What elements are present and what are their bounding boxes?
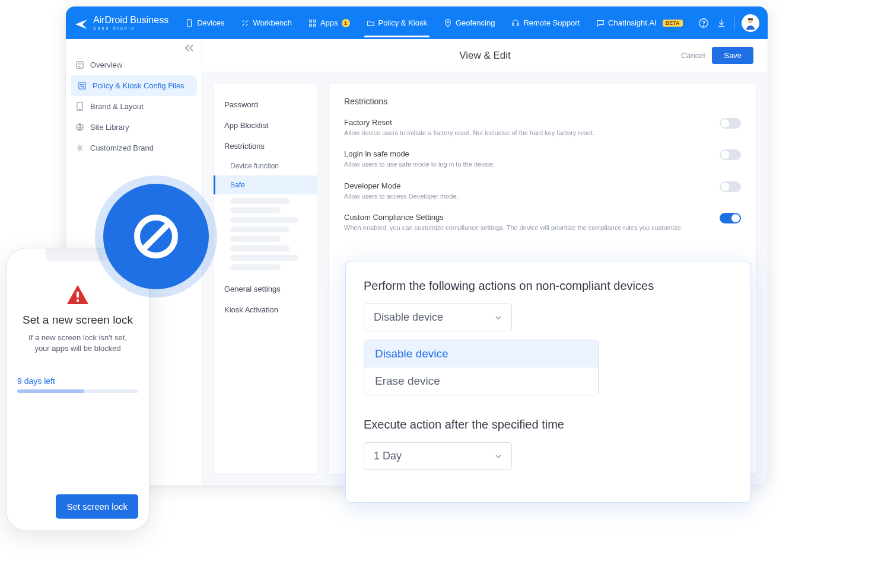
sidebar-item-brand-layout[interactable]: Brand & Layout	[66, 96, 202, 117]
chat-icon	[596, 19, 605, 27]
toggle-compliance[interactable]	[720, 213, 741, 223]
svg-rect-0	[187, 19, 192, 26]
layout-icon	[75, 102, 84, 111]
headset-icon	[511, 19, 520, 27]
nav-remote-label: Remote Support	[523, 18, 580, 27]
svg-line-23	[144, 224, 168, 249]
subnav-placeholder	[230, 236, 281, 242]
time-select-value: 1 Day	[374, 450, 402, 462]
help-icon[interactable]	[698, 18, 709, 28]
config-icon	[78, 81, 87, 90]
sidebar-item-overview[interactable]: Overview	[66, 55, 202, 75]
subnav-placeholder	[230, 217, 298, 223]
chevron-down-icon	[495, 314, 502, 321]
nav-geofencing[interactable]: Geofencing	[437, 8, 502, 37]
save-button[interactable]: Save	[712, 47, 753, 64]
set-screen-lock-button[interactable]: Set screen lock	[56, 494, 138, 519]
prohibit-icon	[132, 212, 180, 261]
sidebar-item-policy-files[interactable]: Policy & Kiosk Config Files	[71, 75, 197, 96]
nav-remote-support[interactable]: Remote Support	[504, 8, 587, 37]
nav-apps[interactable]: Apps 1	[301, 8, 357, 37]
svg-point-14	[81, 84, 82, 85]
svg-rect-2	[314, 20, 316, 22]
brand-subtitle: Sand Studio	[93, 26, 168, 30]
nav-apps-label: Apps	[320, 18, 338, 27]
chevron-down-icon	[495, 453, 502, 460]
subnav-placeholder	[230, 245, 290, 251]
subnav-restrictions[interactable]: Restrictions	[214, 136, 317, 156]
setting-desc: Allow users to access Developer mode.	[344, 192, 702, 201]
device-icon	[185, 19, 193, 27]
setting-desc: Allow users to use safe mode to log in t…	[344, 160, 702, 169]
apps-icon	[308, 19, 317, 27]
nav-devices-label: Devices	[197, 18, 224, 27]
app-header: AirDroid Business Sand Studio Devices Wo…	[66, 7, 768, 39]
toggle-safe-mode[interactable]	[720, 149, 741, 160]
time-select[interactable]: 1 Day	[364, 442, 512, 470]
phone-desc: If a new screen lock isn't set, your app…	[17, 333, 138, 354]
top-nav: Devices Workbench Apps 1 Policy & Kiosk …	[178, 8, 698, 37]
dropdown-option-disable[interactable]: Disable device	[364, 340, 598, 368]
sidebar-custom-brand-label: Customized Brand	[90, 143, 154, 152]
svg-rect-3	[310, 24, 312, 26]
sidebar-overview-label: Overview	[90, 60, 122, 69]
subnav-kiosk[interactable]: Kiosk Activation	[214, 299, 317, 320]
subnav-safe[interactable]: Safe	[214, 175, 317, 194]
subnav-device-function[interactable]: Device function	[214, 156, 317, 175]
nav-policy-kiosk[interactable]: Policy & Kiosk	[360, 8, 434, 37]
page-header: View & Edit Cancel Save	[202, 39, 768, 72]
sidebar-policy-files-label: Policy & Kiosk Config Files	[93, 81, 184, 90]
nav-devices[interactable]: Devices	[178, 8, 231, 37]
prohibit-badge	[103, 184, 209, 289]
apps-badge: 1	[342, 19, 350, 27]
cancel-button[interactable]: Cancel	[681, 51, 705, 60]
dropdown-option-erase[interactable]: Erase device	[364, 368, 598, 395]
toggle-factory-reset[interactable]	[720, 118, 741, 129]
sidebar-item-site-library[interactable]: Site Library	[66, 117, 202, 138]
toggle-developer-mode[interactable]	[720, 181, 741, 192]
page-actions: Cancel Save	[681, 47, 753, 64]
subnav-placeholder	[230, 198, 290, 204]
subnav-placeholder	[230, 255, 298, 261]
setting-title: Factory Reset	[344, 118, 702, 127]
download-icon[interactable]	[716, 18, 727, 28]
header-actions	[698, 14, 759, 32]
folder-icon	[367, 19, 375, 27]
setting-title: Custom Compliance Settings	[344, 213, 702, 222]
nav-policy-label: Policy & Kiosk	[378, 18, 427, 27]
nav-workbench[interactable]: Workbench	[234, 8, 299, 37]
setting-desc: Allow device users to initiate a factory…	[344, 129, 702, 138]
compliance-action-title: Perform the following actions on non-com…	[364, 279, 733, 293]
panel-title: Restrictions	[344, 97, 741, 106]
svg-rect-13	[79, 82, 85, 89]
subnav-password[interactable]: Password	[214, 94, 317, 115]
progress-bar	[17, 389, 138, 393]
brand[interactable]: AirDroid Business Sand Studio	[74, 15, 168, 30]
svg-rect-7	[517, 23, 519, 25]
phone-mockup: Set a new screen lock If a new screen lo…	[6, 248, 149, 531]
collapse-sidebar-button[interactable]	[184, 44, 195, 55]
nav-workbench-label: Workbench	[253, 18, 292, 27]
action-dropdown: Disable device Erase device	[364, 340, 599, 395]
subnav-general[interactable]: General settings	[214, 279, 317, 299]
subnav-blocklist[interactable]: App Blocklist	[214, 115, 317, 136]
svg-point-15	[82, 86, 84, 87]
user-avatar[interactable]	[742, 14, 759, 32]
nav-chatinsight[interactable]: ChatInsight.AI BETA	[589, 8, 690, 37]
progress-fill	[17, 389, 84, 393]
setting-compliance: Custom Compliance Settings When enabled,…	[344, 213, 741, 232]
subnav-placeholder	[230, 226, 290, 232]
nav-chat-label: ChatInsight.AI	[608, 18, 657, 27]
svg-rect-6	[513, 23, 514, 25]
setting-title: Developer Mode	[344, 181, 702, 190]
svg-rect-4	[314, 24, 316, 26]
brand-logo-icon	[74, 16, 88, 30]
brand-title: AirDroid Business	[93, 15, 168, 25]
sidebar-site-library-label: Site Library	[90, 123, 129, 132]
sidebar-item-custom-brand[interactable]: Customized Brand	[66, 138, 202, 158]
subnav-placeholder	[230, 207, 281, 213]
page-title: View & Edit	[459, 50, 511, 62]
nav-geofencing-label: Geofencing	[456, 18, 495, 27]
action-select[interactable]: Disable device	[364, 303, 512, 331]
svg-point-5	[447, 21, 449, 23]
